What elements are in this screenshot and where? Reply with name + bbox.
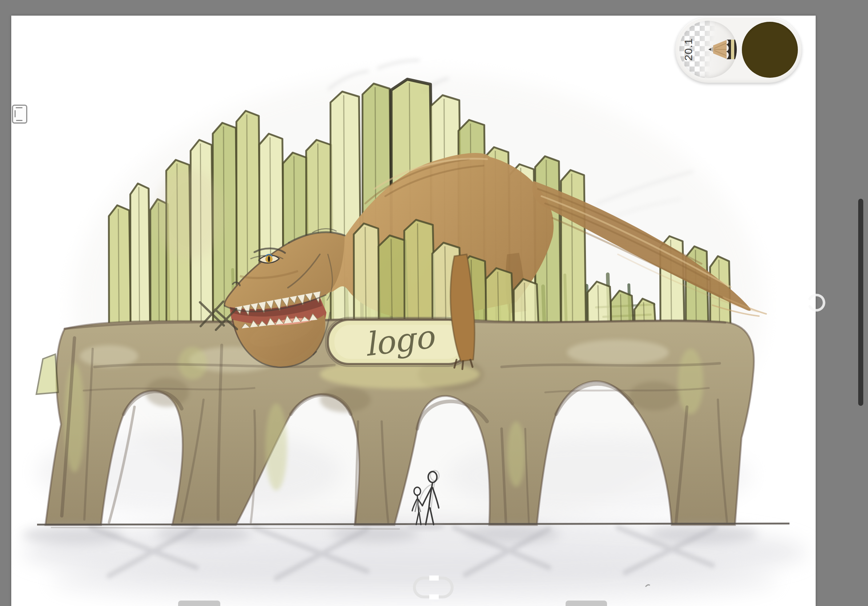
vertical-scrollbar[interactable] [858, 199, 863, 406]
half-ring-icon [806, 292, 826, 313]
brush-preview-circle[interactable]: 20.1 [679, 21, 737, 78]
brush-hud[interactable]: 20.1 [675, 17, 801, 83]
color-swatch[interactable] [742, 22, 798, 78]
bottom-right-tab[interactable] [566, 601, 607, 606]
brush-size-label: 20.1 [682, 38, 694, 61]
canvas-pages-icon [16, 107, 23, 108]
bottom-ui-handle[interactable] [413, 577, 454, 598]
drawing-canvas[interactable]: logo [11, 15, 816, 606]
pencil-icon [708, 40, 737, 59]
app-root: { "surface": { "background": "#7f7f7f", … [0, 0, 868, 606]
bottom-left-tab[interactable] [178, 601, 220, 606]
artwork-sketch: logo [11, 15, 816, 606]
canvas-edge-handle[interactable] [805, 291, 828, 314]
canvas-pages-button[interactable] [12, 105, 27, 124]
